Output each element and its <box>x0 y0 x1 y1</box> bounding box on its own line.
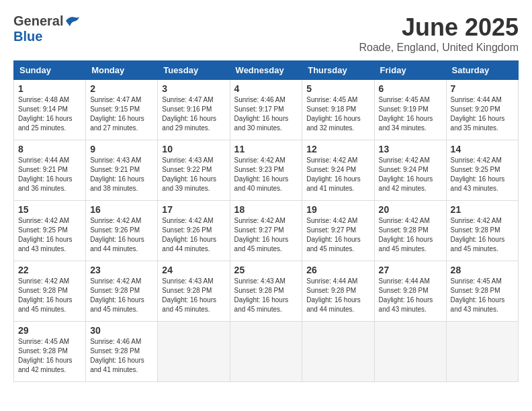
weekday-header-sunday: Sunday <box>14 61 86 80</box>
calendar-cell: 26Sunrise: 4:44 AM Sunset: 9:28 PM Dayli… <box>302 261 374 322</box>
day-info: Sunrise: 4:42 AM Sunset: 9:25 PM Dayligh… <box>18 216 81 254</box>
logo-blue: Blue <box>13 29 42 44</box>
day-info: Sunrise: 4:45 AM Sunset: 9:28 PM Dayligh… <box>18 337 81 375</box>
location-title: Roade, England, United Kingdom <box>359 42 519 54</box>
logo: General Blue <box>13 13 81 44</box>
day-number: 13 <box>379 144 442 154</box>
calendar-cell: 24Sunrise: 4:43 AM Sunset: 9:28 PM Dayli… <box>158 261 230 322</box>
day-info: Sunrise: 4:42 AM Sunset: 9:27 PM Dayligh… <box>234 216 298 254</box>
calendar-cell: 5Sunrise: 4:45 AM Sunset: 9:18 PM Daylig… <box>302 80 374 140</box>
day-number: 22 <box>18 265 81 275</box>
weekday-header-wednesday: Wednesday <box>230 61 302 80</box>
weekday-header-tuesday: Tuesday <box>158 61 230 80</box>
day-info: Sunrise: 4:43 AM Sunset: 9:28 PM Dayligh… <box>234 277 298 314</box>
calendar-cell: 1Sunrise: 4:48 AM Sunset: 9:14 PM Daylig… <box>14 80 86 140</box>
day-number: 3 <box>162 83 225 94</box>
day-info: Sunrise: 4:44 AM Sunset: 9:28 PM Dayligh… <box>306 277 369 314</box>
day-number: 11 <box>234 144 298 154</box>
day-number: 21 <box>451 204 514 215</box>
logo-general: General <box>13 13 63 29</box>
calendar-cell: 29Sunrise: 4:45 AM Sunset: 9:28 PM Dayli… <box>14 322 86 382</box>
day-number: 29 <box>18 325 81 336</box>
calendar-cell: 7Sunrise: 4:44 AM Sunset: 9:20 PM Daylig… <box>446 80 518 140</box>
calendar-body: 1Sunrise: 4:48 AM Sunset: 9:14 PM Daylig… <box>14 80 519 382</box>
calendar-table: SundayMondayTuesdayWednesdayThursdayFrid… <box>13 60 519 382</box>
day-number: 28 <box>451 265 514 275</box>
calendar-cell <box>446 322 518 382</box>
calendar-cell: 11Sunrise: 4:42 AM Sunset: 9:23 PM Dayli… <box>230 140 302 201</box>
day-number: 23 <box>90 265 153 275</box>
weekday-header-monday: Monday <box>86 61 158 80</box>
calendar-cell <box>302 322 374 382</box>
calendar-cell: 30Sunrise: 4:46 AM Sunset: 9:28 PM Dayli… <box>86 322 158 382</box>
day-info: Sunrise: 4:42 AM Sunset: 9:28 PM Dayligh… <box>90 277 153 314</box>
day-info: Sunrise: 4:42 AM Sunset: 9:23 PM Dayligh… <box>234 156 298 193</box>
day-info: Sunrise: 4:42 AM Sunset: 9:28 PM Dayligh… <box>379 216 442 254</box>
calendar-week-2: 8Sunrise: 4:44 AM Sunset: 9:21 PM Daylig… <box>14 140 519 201</box>
day-info: Sunrise: 4:46 AM Sunset: 9:28 PM Dayligh… <box>90 337 153 375</box>
month-title: June 2025 <box>359 13 519 42</box>
day-info: Sunrise: 4:46 AM Sunset: 9:17 PM Dayligh… <box>234 95 298 133</box>
calendar-cell: 9Sunrise: 4:43 AM Sunset: 9:21 PM Daylig… <box>86 140 158 201</box>
day-number: 8 <box>18 144 81 154</box>
day-info: Sunrise: 4:43 AM Sunset: 9:22 PM Dayligh… <box>162 156 225 193</box>
calendar-cell: 10Sunrise: 4:43 AM Sunset: 9:22 PM Dayli… <box>158 140 230 201</box>
calendar-week-5: 29Sunrise: 4:45 AM Sunset: 9:28 PM Dayli… <box>14 322 519 382</box>
day-info: Sunrise: 4:47 AM Sunset: 9:16 PM Dayligh… <box>162 95 225 133</box>
calendar-cell: 13Sunrise: 4:42 AM Sunset: 9:24 PM Dayli… <box>374 140 446 201</box>
day-info: Sunrise: 4:47 AM Sunset: 9:15 PM Dayligh… <box>90 95 153 133</box>
calendar-cell: 25Sunrise: 4:43 AM Sunset: 9:28 PM Dayli… <box>230 261 302 322</box>
weekday-header-saturday: Saturday <box>446 61 518 80</box>
calendar-cell: 19Sunrise: 4:42 AM Sunset: 9:27 PM Dayli… <box>302 201 374 261</box>
day-info: Sunrise: 4:45 AM Sunset: 9:28 PM Dayligh… <box>451 277 514 314</box>
calendar-cell <box>158 322 230 382</box>
calendar-cell <box>230 322 302 382</box>
day-info: Sunrise: 4:42 AM Sunset: 9:24 PM Dayligh… <box>306 156 369 193</box>
calendar-cell: 4Sunrise: 4:46 AM Sunset: 9:17 PM Daylig… <box>230 80 302 140</box>
calendar-cell: 6Sunrise: 4:45 AM Sunset: 9:19 PM Daylig… <box>374 80 446 140</box>
day-info: Sunrise: 4:42 AM Sunset: 9:24 PM Dayligh… <box>379 156 442 193</box>
weekday-header-friday: Friday <box>374 61 446 80</box>
day-info: Sunrise: 4:44 AM Sunset: 9:20 PM Dayligh… <box>451 95 514 133</box>
weekday-header-row: SundayMondayTuesdayWednesdayThursdayFrid… <box>14 61 519 80</box>
day-number: 14 <box>451 144 514 154</box>
header: General Blue June 2025 Roade, England, U… <box>13 13 519 54</box>
calendar-cell: 20Sunrise: 4:42 AM Sunset: 9:28 PM Dayli… <box>374 201 446 261</box>
day-number: 20 <box>379 204 442 215</box>
calendar-cell: 18Sunrise: 4:42 AM Sunset: 9:27 PM Dayli… <box>230 201 302 261</box>
calendar-week-4: 22Sunrise: 4:42 AM Sunset: 9:28 PM Dayli… <box>14 261 519 322</box>
day-info: Sunrise: 4:42 AM Sunset: 9:25 PM Dayligh… <box>451 156 514 193</box>
day-number: 15 <box>18 204 81 215</box>
day-info: Sunrise: 4:42 AM Sunset: 9:27 PM Dayligh… <box>306 216 369 254</box>
calendar-cell: 15Sunrise: 4:42 AM Sunset: 9:25 PM Dayli… <box>14 201 86 261</box>
calendar-cell: 27Sunrise: 4:44 AM Sunset: 9:28 PM Dayli… <box>374 261 446 322</box>
day-info: Sunrise: 4:44 AM Sunset: 9:21 PM Dayligh… <box>18 156 81 193</box>
weekday-header-thursday: Thursday <box>302 61 374 80</box>
day-info: Sunrise: 4:42 AM Sunset: 9:26 PM Dayligh… <box>90 216 153 254</box>
day-number: 17 <box>162 204 225 215</box>
calendar-cell: 23Sunrise: 4:42 AM Sunset: 9:28 PM Dayli… <box>86 261 158 322</box>
day-info: Sunrise: 4:43 AM Sunset: 9:28 PM Dayligh… <box>162 277 225 314</box>
day-number: 25 <box>234 265 298 275</box>
day-info: Sunrise: 4:42 AM Sunset: 9:28 PM Dayligh… <box>451 216 514 254</box>
calendar-cell: 12Sunrise: 4:42 AM Sunset: 9:24 PM Dayli… <box>302 140 374 201</box>
day-number: 9 <box>90 144 153 154</box>
day-number: 19 <box>306 204 369 215</box>
calendar-cell <box>374 322 446 382</box>
day-info: Sunrise: 4:45 AM Sunset: 9:19 PM Dayligh… <box>379 95 442 133</box>
day-number: 6 <box>379 83 442 94</box>
day-number: 10 <box>162 144 225 154</box>
day-info: Sunrise: 4:48 AM Sunset: 9:14 PM Dayligh… <box>18 95 81 133</box>
day-number: 4 <box>234 83 298 94</box>
calendar-week-1: 1Sunrise: 4:48 AM Sunset: 9:14 PM Daylig… <box>14 80 519 140</box>
day-number: 30 <box>90 325 153 336</box>
calendar-cell: 2Sunrise: 4:47 AM Sunset: 9:15 PM Daylig… <box>86 80 158 140</box>
day-number: 7 <box>451 83 514 94</box>
calendar-cell: 16Sunrise: 4:42 AM Sunset: 9:26 PM Dayli… <box>86 201 158 261</box>
title-area: June 2025 Roade, England, United Kingdom <box>359 13 519 54</box>
day-number: 1 <box>18 83 81 94</box>
day-info: Sunrise: 4:45 AM Sunset: 9:18 PM Dayligh… <box>306 95 369 133</box>
calendar-cell: 21Sunrise: 4:42 AM Sunset: 9:28 PM Dayli… <box>446 201 518 261</box>
day-number: 12 <box>306 144 369 154</box>
day-number: 24 <box>162 265 225 275</box>
